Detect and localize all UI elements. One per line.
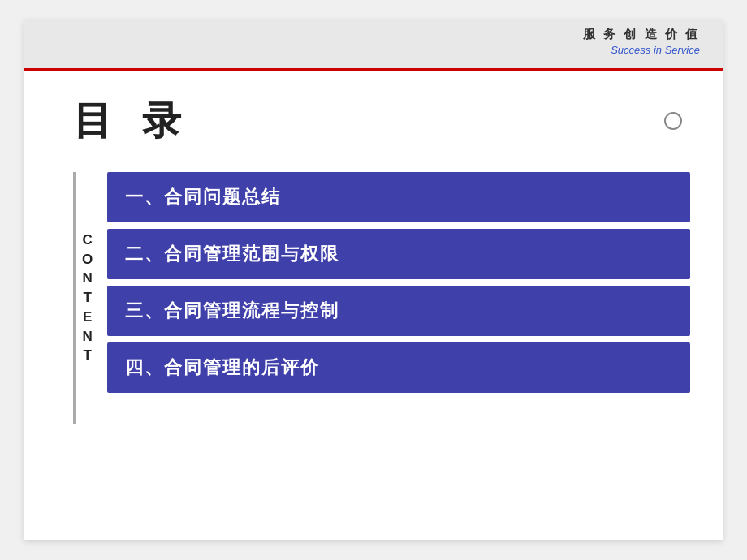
main-content: 目 录 C O N T E N T 一、合同问 [24,71,723,540]
menu-item-1[interactable]: 一、合同问题总结 [107,172,690,222]
menu-item-1-label: 一、合同问题总结 [125,185,281,209]
letter-n2: N [82,327,92,347]
vertical-divider [73,172,76,424]
header-bar: 服 务 创 造 价 值 Success in Service [24,20,723,71]
chinese-slogan: 服 务 创 造 价 值 [583,27,700,42]
menu-item-3[interactable]: 三、合同管理流程与控制 [107,286,690,336]
header-right: 服 务 创 造 价 值 Success in Service [583,27,700,56]
letter-c: C [82,230,92,250]
slide-container: 服 务 创 造 价 值 Success in Service 目 录 C O N… [24,20,723,540]
menu-item-3-label: 三、合同管理流程与控制 [125,299,339,323]
menu-item-4-label: 四、合同管理的后评价 [125,355,320,380]
page-title: 目 录 [73,95,191,147]
letter-t2: T [83,346,91,365]
letter-e: E [83,308,92,327]
title-section: 目 录 [73,95,690,157]
content-letters: C O N T E N T [82,172,93,424]
title-circle-icon [664,112,682,130]
content-layout: C O N T E N T 一、合同问题总结 二、合同管理范围与权限 [73,172,690,424]
letter-n1: N [82,269,92,288]
menu-item-2[interactable]: 二、合同管理范围与权限 [107,229,690,279]
letter-t1: T [83,288,91,308]
letter-o: O [82,250,93,269]
left-sidebar: C O N T E N T [73,172,107,424]
menu-items-list: 一、合同问题总结 二、合同管理范围与权限 三、合同管理流程与控制 四、合同管理的… [107,172,690,393]
menu-item-4[interactable]: 四、合同管理的后评价 [107,342,690,393]
menu-item-2-label: 二、合同管理范围与权限 [125,242,339,266]
english-slogan: Success in Service [583,44,700,56]
